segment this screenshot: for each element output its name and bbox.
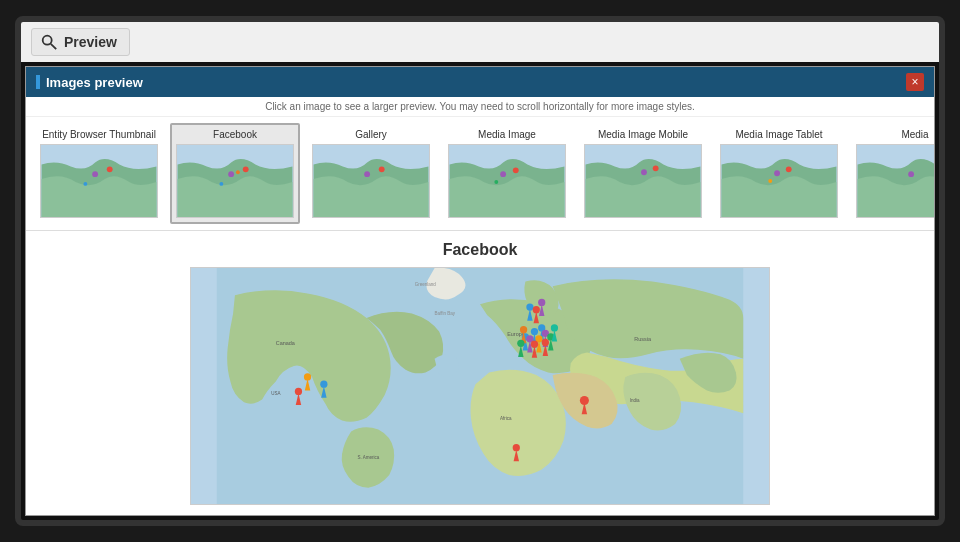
tab-facebook[interactable]: Facebook <box>170 123 300 224</box>
modal-body: Click an image to see a larger preview. … <box>26 97 934 515</box>
svg-point-48 <box>551 324 558 331</box>
top-bar: Preview <box>21 22 939 62</box>
svg-text:Greenland: Greenland <box>415 282 437 287</box>
thumb-img-media <box>856 144 934 218</box>
svg-text:USA: USA <box>271 391 280 396</box>
svg-text:India: India <box>630 398 640 403</box>
thumb-img-media-image-mobile <box>584 144 702 218</box>
tab-label-facebook: Facebook <box>213 129 257 140</box>
preview-map-svg: Canada USA Europe Russia Africa India S.… <box>191 268 769 504</box>
svg-point-23 <box>786 166 792 172</box>
svg-text:S. America: S. America <box>357 455 379 460</box>
thumb-img-facebook <box>176 144 294 218</box>
tab-media-image-tablet[interactable]: Media Image Tablet <box>714 123 844 224</box>
outer-frame: Preview Images preview × Click an image … <box>15 16 945 526</box>
svg-text:Russia: Russia <box>634 336 652 342</box>
main-preview: Facebook <box>26 231 934 515</box>
svg-point-19 <box>641 169 647 175</box>
svg-point-51 <box>538 299 545 306</box>
svg-text:Africa: Africa <box>500 416 512 421</box>
search-icon <box>40 33 58 51</box>
tab-media-image-mobile[interactable]: Media Image Mobile <box>578 123 708 224</box>
svg-point-55 <box>580 396 589 405</box>
svg-point-7 <box>228 171 234 177</box>
svg-point-37 <box>531 328 538 335</box>
svg-point-16 <box>513 167 519 173</box>
tab-label-gallery: Gallery <box>355 129 387 140</box>
hint-text: Click an image to see a larger preview. … <box>26 97 934 117</box>
modal-close-button[interactable]: × <box>906 73 924 91</box>
thumb-img-media-image <box>448 144 566 218</box>
svg-point-17 <box>494 180 498 184</box>
svg-point-50 <box>533 306 540 313</box>
tab-label-entity-browser-thumbnail: Entity Browser Thumbnail <box>42 129 156 140</box>
modal-container: Images preview × Click an image to see a… <box>25 66 935 516</box>
svg-point-5 <box>83 182 87 186</box>
svg-point-8 <box>243 166 249 172</box>
svg-point-54 <box>295 388 302 395</box>
tab-media[interactable]: Media <box>850 123 934 224</box>
svg-text:Canada: Canada <box>276 340 296 346</box>
svg-point-4 <box>107 166 113 172</box>
modal-header: Images preview × <box>26 67 934 97</box>
svg-text:Baffin Bay: Baffin Bay <box>435 311 456 316</box>
tab-label-media: Media <box>901 129 928 140</box>
svg-point-15 <box>500 171 506 177</box>
svg-point-53 <box>320 381 327 388</box>
title-bar-accent <box>36 75 40 89</box>
thumb-img-entity-browser-thumbnail <box>40 144 158 218</box>
tab-entity-browser-thumbnail[interactable]: Entity Browser Thumbnail <box>34 123 164 224</box>
svg-point-56 <box>513 444 520 451</box>
svg-point-26 <box>908 171 914 177</box>
svg-point-52 <box>304 373 311 380</box>
preview-label: Preview <box>64 34 117 50</box>
thumbnail-strip-wrapper[interactable]: Entity Browser Thumbnail <box>26 117 934 231</box>
svg-point-13 <box>379 166 385 172</box>
svg-point-49 <box>526 303 533 310</box>
tab-label-media-image-mobile: Media Image Mobile <box>598 129 688 140</box>
svg-point-45 <box>517 340 524 347</box>
svg-point-47 <box>542 339 549 346</box>
preview-title: Facebook <box>443 241 518 259</box>
svg-point-12 <box>364 171 370 177</box>
svg-point-42 <box>520 326 527 333</box>
svg-point-20 <box>653 165 659 171</box>
thumb-img-media-image-tablet <box>720 144 838 218</box>
svg-point-22 <box>774 170 780 176</box>
preview-button[interactable]: Preview <box>31 28 130 56</box>
svg-point-9 <box>219 182 223 186</box>
modal-title-text: Images preview <box>46 75 143 90</box>
modal-title: Images preview <box>36 75 143 90</box>
svg-point-10 <box>236 170 240 174</box>
svg-line-1 <box>51 44 56 49</box>
tab-gallery[interactable]: Gallery <box>306 123 436 224</box>
svg-point-0 <box>43 36 52 45</box>
tab-media-image[interactable]: Media Image <box>442 123 572 224</box>
svg-point-46 <box>531 341 538 348</box>
preview-map: Canada USA Europe Russia Africa India S.… <box>190 267 770 505</box>
thumbnail-strip: Entity Browser Thumbnail <box>26 117 934 230</box>
tab-label-media-image-tablet: Media Image Tablet <box>735 129 822 140</box>
tab-label-media-image: Media Image <box>478 129 536 140</box>
svg-point-24 <box>768 179 772 183</box>
svg-point-3 <box>92 171 98 177</box>
thumb-img-gallery <box>312 144 430 218</box>
